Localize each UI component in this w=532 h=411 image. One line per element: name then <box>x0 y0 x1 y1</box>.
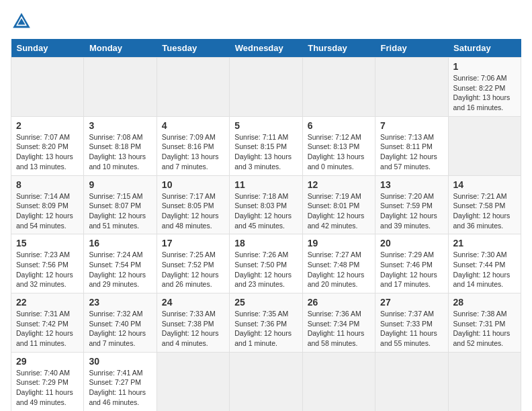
day-number: 19 <box>308 238 370 248</box>
calendar-cell: 13Sunrise: 7:20 AMSunset: 7:59 PMDayligh… <box>375 175 448 234</box>
day-number: 24 <box>162 297 224 308</box>
calendar-cell <box>302 352 375 411</box>
day-number: 10 <box>162 179 224 190</box>
day-info: Sunrise: 7:38 AMSunset: 7:31 PMDaylight:… <box>453 310 511 347</box>
calendar-cell: 6Sunrise: 7:12 AMSunset: 8:13 PMDaylight… <box>302 116 375 175</box>
day-info: Sunrise: 7:33 AMSunset: 7:38 PMDaylight:… <box>162 310 219 347</box>
day-number: 27 <box>380 297 443 308</box>
day-info: Sunrise: 7:40 AMSunset: 7:29 PMDaylight:… <box>16 369 73 406</box>
calendar-cell <box>157 352 229 411</box>
day-number: 17 <box>162 238 224 248</box>
calendar-cell <box>157 58 229 117</box>
day-info: Sunrise: 7:37 AMSunset: 7:33 PMDaylight:… <box>380 310 437 347</box>
day-info: Sunrise: 7:24 AMSunset: 7:54 PMDaylight:… <box>89 250 146 288</box>
calendar-cell: 17Sunrise: 7:25 AMSunset: 7:52 PMDayligh… <box>157 234 229 293</box>
calendar-cell <box>11 58 84 117</box>
calendar-cell: 29Sunrise: 7:40 AMSunset: 7:29 PMDayligh… <box>11 352 84 411</box>
calendar-cell: 7Sunrise: 7:13 AMSunset: 8:11 PMDaylight… <box>375 116 448 175</box>
calendar-week-row: 1Sunrise: 7:06 AMSunset: 8:22 PMDaylight… <box>11 58 521 117</box>
weekday-header-monday: Monday <box>84 39 157 58</box>
calendar-cell: 14Sunrise: 7:21 AMSunset: 7:58 PMDayligh… <box>448 175 521 234</box>
day-info: Sunrise: 7:29 AMSunset: 7:46 PMDaylight:… <box>380 250 437 288</box>
calendar-cell: 27Sunrise: 7:37 AMSunset: 7:33 PMDayligh… <box>375 293 448 353</box>
day-number: 30 <box>89 356 151 367</box>
calendar-cell <box>448 352 521 411</box>
calendar-cell: 19Sunrise: 7:27 AMSunset: 7:48 PMDayligh… <box>302 234 375 293</box>
calendar-cell: 12Sunrise: 7:19 AMSunset: 8:01 PMDayligh… <box>302 175 375 234</box>
day-number: 25 <box>234 297 297 308</box>
day-info: Sunrise: 7:08 AMSunset: 8:18 PMDaylight:… <box>89 133 146 171</box>
weekday-header-tuesday: Tuesday <box>157 39 229 58</box>
calendar-cell: 16Sunrise: 7:24 AMSunset: 7:54 PMDayligh… <box>84 234 157 293</box>
day-number: 1 <box>453 61 516 72</box>
day-number: 7 <box>380 120 443 131</box>
day-info: Sunrise: 7:30 AMSunset: 7:44 PMDaylight:… <box>453 250 511 288</box>
calendar-cell: 1Sunrise: 7:06 AMSunset: 8:22 PMDaylight… <box>448 58 521 117</box>
day-info: Sunrise: 7:09 AMSunset: 8:16 PMDaylight:… <box>162 133 219 171</box>
day-number: 12 <box>308 179 370 190</box>
calendar-cell <box>230 58 302 117</box>
calendar-cell <box>230 352 302 411</box>
day-info: Sunrise: 7:23 AMSunset: 7:56 PMDaylight:… <box>16 250 73 288</box>
day-info: Sunrise: 7:18 AMSunset: 8:03 PMDaylight:… <box>234 192 292 230</box>
day-number: 21 <box>453 238 516 248</box>
day-number: 28 <box>453 297 516 308</box>
day-number: 3 <box>89 120 151 131</box>
calendar-cell: 5Sunrise: 7:11 AMSunset: 8:15 PMDaylight… <box>230 116 302 175</box>
day-info: Sunrise: 7:17 AMSunset: 8:05 PMDaylight:… <box>162 192 219 230</box>
calendar-cell: 15Sunrise: 7:23 AMSunset: 7:56 PMDayligh… <box>11 234 84 293</box>
day-number: 6 <box>308 120 370 131</box>
calendar-cell: 25Sunrise: 7:35 AMSunset: 7:36 PMDayligh… <box>230 293 302 353</box>
day-info: Sunrise: 7:27 AMSunset: 7:48 PMDaylight:… <box>308 250 365 288</box>
calendar-cell: 11Sunrise: 7:18 AMSunset: 8:03 PMDayligh… <box>230 175 302 234</box>
calendar-cell: 20Sunrise: 7:29 AMSunset: 7:46 PMDayligh… <box>375 234 448 293</box>
calendar-cell: 23Sunrise: 7:32 AMSunset: 7:40 PMDayligh… <box>84 293 157 353</box>
day-number: 11 <box>234 179 297 190</box>
calendar-week-row: 2Sunrise: 7:07 AMSunset: 8:20 PMDaylight… <box>11 116 521 175</box>
calendar-cell: 8Sunrise: 7:14 AMSunset: 8:09 PMDaylight… <box>11 175 84 234</box>
page-header <box>11 11 521 32</box>
day-number: 13 <box>380 179 443 190</box>
calendar-cell <box>375 58 448 117</box>
calendar-cell <box>448 116 521 175</box>
calendar-cell: 9Sunrise: 7:15 AMSunset: 8:07 PMDaylight… <box>84 175 157 234</box>
calendar-cell: 30Sunrise: 7:41 AMSunset: 7:27 PMDayligh… <box>84 352 157 411</box>
day-info: Sunrise: 7:19 AMSunset: 8:01 PMDaylight:… <box>308 192 365 230</box>
day-info: Sunrise: 7:14 AMSunset: 8:09 PMDaylight:… <box>16 192 73 230</box>
day-number: 26 <box>308 297 370 308</box>
calendar-week-row: 29Sunrise: 7:40 AMSunset: 7:29 PMDayligh… <box>11 352 521 411</box>
day-info: Sunrise: 7:12 AMSunset: 8:13 PMDaylight:… <box>308 133 365 171</box>
calendar-cell: 3Sunrise: 7:08 AMSunset: 8:18 PMDaylight… <box>84 116 157 175</box>
day-number: 14 <box>453 179 516 190</box>
calendar-cell <box>375 352 448 411</box>
calendar-week-row: 8Sunrise: 7:14 AMSunset: 8:09 PMDaylight… <box>11 175 521 234</box>
day-number: 16 <box>89 238 151 248</box>
day-number: 20 <box>380 238 443 248</box>
calendar-cell <box>84 58 157 117</box>
calendar-cell: 18Sunrise: 7:26 AMSunset: 7:50 PMDayligh… <box>230 234 302 293</box>
calendar-cell <box>302 58 375 117</box>
calendar-table: SundayMondayTuesdayWednesdayThursdayFrid… <box>11 39 521 411</box>
day-info: Sunrise: 7:11 AMSunset: 8:15 PMDaylight:… <box>234 133 292 171</box>
day-info: Sunrise: 7:06 AMSunset: 8:22 PMDaylight:… <box>453 74 511 111</box>
calendar-cell: 10Sunrise: 7:17 AMSunset: 8:05 PMDayligh… <box>157 175 229 234</box>
day-number: 4 <box>162 120 224 131</box>
day-number: 18 <box>234 238 297 248</box>
day-info: Sunrise: 7:41 AMSunset: 7:27 PMDaylight:… <box>89 369 146 406</box>
day-number: 23 <box>89 297 151 308</box>
logo <box>11 11 36 32</box>
day-info: Sunrise: 7:35 AMSunset: 7:36 PMDaylight:… <box>234 310 292 347</box>
day-info: Sunrise: 7:20 AMSunset: 7:59 PMDaylight:… <box>380 192 437 230</box>
day-info: Sunrise: 7:13 AMSunset: 8:11 PMDaylight:… <box>380 133 437 171</box>
calendar-cell: 21Sunrise: 7:30 AMSunset: 7:44 PMDayligh… <box>448 234 521 293</box>
calendar-cell: 22Sunrise: 7:31 AMSunset: 7:42 PMDayligh… <box>11 293 84 353</box>
weekday-header-row: SundayMondayTuesdayWednesdayThursdayFrid… <box>11 39 521 58</box>
day-number: 5 <box>234 120 297 131</box>
day-info: Sunrise: 7:36 AMSunset: 7:34 PMDaylight:… <box>308 310 365 347</box>
day-info: Sunrise: 7:21 AMSunset: 7:58 PMDaylight:… <box>453 192 511 230</box>
calendar-cell: 28Sunrise: 7:38 AMSunset: 7:31 PMDayligh… <box>448 293 521 353</box>
day-number: 8 <box>16 179 79 190</box>
calendar-cell: 2Sunrise: 7:07 AMSunset: 8:20 PMDaylight… <box>11 116 84 175</box>
day-info: Sunrise: 7:31 AMSunset: 7:42 PMDaylight:… <box>16 310 73 347</box>
weekday-header-friday: Friday <box>375 39 448 58</box>
